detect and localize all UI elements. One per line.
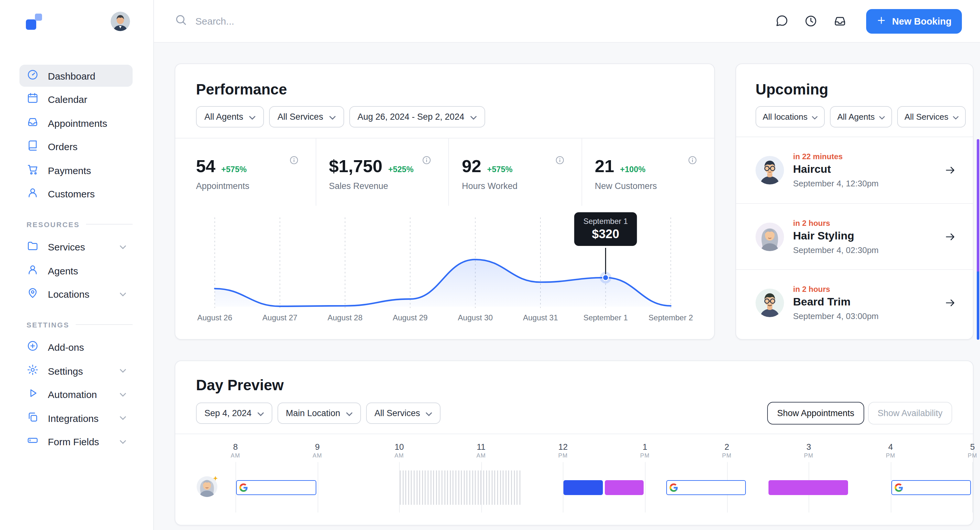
hour-tick (645, 462, 646, 512)
sidebar-item-label: Appointments (48, 118, 126, 129)
timeline-event-google[interactable] (236, 480, 316, 495)
sidebar-item-calendar[interactable]: Calendar (19, 88, 133, 110)
new-booking-button[interactable]: New Booking (866, 9, 962, 33)
section-divider (76, 324, 133, 325)
sidebar-item-appointments[interactable]: Appointments (19, 112, 133, 134)
appointment-eta: in 2 hours (793, 218, 944, 228)
upcoming-item[interactable]: in 22 minutes Haircut September 4, 12:30… (736, 137, 973, 203)
book-icon (27, 139, 39, 154)
dropdown-value: Main Location (286, 408, 340, 418)
arrow-right-icon[interactable] (944, 297, 956, 308)
timeline-event-blue[interactable] (564, 480, 603, 495)
customer-avatar (756, 288, 784, 317)
sidebar-item-label: Add-ons (48, 342, 126, 353)
hour-label: 12PM (549, 442, 578, 459)
stat-delta: +575% (221, 165, 247, 174)
chevron-down-icon (120, 245, 126, 249)
services-dropdown[interactable]: All Services (366, 403, 441, 424)
sidebar-item-label: Services (48, 241, 111, 252)
customer-avatar (756, 222, 784, 251)
stat-label: New Customers (595, 181, 714, 191)
timeline-event-purple[interactable] (605, 480, 644, 495)
dropdown-value: Sep 4, 2024 (204, 408, 251, 418)
upcoming-item[interactable]: in 2 hours Hair Styling September 4, 02:… (736, 203, 973, 269)
dropdown-value: All Services (277, 112, 323, 122)
topbar: New Booking (154, 0, 980, 43)
sidebar-item-agents[interactable]: Agents (19, 259, 133, 282)
chevron-down-icon (879, 112, 885, 122)
search-input[interactable] (195, 16, 402, 27)
chart-x-label: August 28 (316, 313, 374, 322)
day-preview-filters: Sep 4, 2024 Main Location All Services (196, 403, 441, 424)
agents-filter-dropdown[interactable]: All Agents (196, 106, 264, 127)
view-toggle-group: Show Appointments Show Availability (767, 402, 952, 425)
hour-label: 11AM (467, 442, 495, 459)
date-range-dropdown[interactable]: Aug 26, 2024 - Sep 2, 2024 (349, 106, 485, 127)
gear-icon (27, 363, 39, 378)
hour-label: 4PM (877, 442, 905, 459)
info-icon[interactable] (555, 155, 565, 165)
section-divider (86, 224, 133, 224)
timeline-event-google[interactable] (666, 480, 746, 495)
chart-x-label: September 2 (642, 313, 700, 322)
sidebar-item-addons[interactable]: Add-ons (19, 336, 133, 358)
info-icon[interactable] (422, 155, 431, 165)
tooltip-value: $320 (584, 227, 628, 241)
timeline-event-google[interactable] (891, 480, 971, 495)
arrow-right-icon[interactable] (944, 164, 956, 176)
sidebar-item-customers[interactable]: Customers (19, 183, 133, 205)
stat-new-customers: 21+100% New Customers (581, 138, 714, 206)
history-clock-button[interactable] (804, 14, 818, 28)
timeline-event-purple[interactable] (768, 480, 848, 495)
timeline-event-blocked[interactable] (400, 471, 521, 505)
sidebar-item-dashboard[interactable]: Dashboard (19, 65, 133, 87)
chevron-down-icon (120, 440, 126, 444)
person-icon (27, 186, 39, 201)
sidebar-item-integrations[interactable]: Integrations (19, 407, 133, 429)
appointment-service: Beard Trim (793, 295, 944, 308)
show-availability-toggle[interactable]: Show Availability (868, 402, 952, 425)
sidebar-item-payments[interactable]: Payments (19, 159, 133, 181)
input-field-icon (27, 434, 39, 449)
dropdown-value: All Agents (837, 112, 875, 122)
chevron-down-icon (249, 112, 256, 122)
customer-avatar (756, 156, 784, 185)
appointment-eta: in 2 hours (793, 285, 944, 293)
location-dropdown[interactable]: Main Location (277, 403, 361, 424)
hour-label: 9AM (303, 442, 331, 459)
dropdown-value: Aug 26, 2024 - Sep 2, 2024 (357, 112, 464, 122)
date-dropdown[interactable]: Sep 4, 2024 (196, 403, 272, 424)
upcoming-item[interactable]: in 2 hours Beard Trim September 4, 03:00… (736, 269, 973, 335)
inbox-button[interactable] (833, 14, 847, 28)
services-filter-dropdown[interactable]: All Services (897, 106, 966, 127)
user-avatar[interactable] (111, 12, 130, 31)
chat-button[interactable] (775, 14, 789, 28)
services-filter-dropdown[interactable]: All Services (269, 106, 344, 127)
show-appointments-toggle[interactable]: Show Appointments (767, 402, 864, 425)
sidebar-section-settings: SETTINGS (19, 321, 133, 328)
app-logo-icon[interactable] (26, 13, 42, 29)
sidebar-item-orders[interactable]: Orders (19, 135, 133, 158)
upcoming-card: Upcoming All locations All Agents All Se… (735, 64, 974, 340)
chevron-down-icon (346, 408, 353, 418)
arrow-right-icon[interactable] (944, 231, 956, 242)
stats-row: 54+575% Appointments $1,750+525% Sales R… (175, 138, 714, 206)
stat-hours-worked: 92+575% Hours Worked (448, 138, 581, 206)
section-title: SETTINGS (27, 321, 69, 328)
day-preview-title: Day Preview (196, 377, 952, 394)
person-icon (27, 263, 39, 278)
plus-circle-icon (27, 340, 39, 355)
sidebar-item-services[interactable]: Services (19, 236, 133, 258)
sidebar-item-label: Form Fields (48, 436, 111, 447)
info-icon[interactable] (289, 155, 299, 165)
sidebar-item-automation[interactable]: Automation (19, 384, 133, 406)
upcoming-scrollbar[interactable] (977, 139, 979, 340)
info-icon[interactable] (687, 155, 697, 165)
sidebar-item-locations[interactable]: Locations (19, 283, 133, 305)
tooltip-date: September 1 (584, 217, 628, 226)
locations-filter-dropdown[interactable]: All locations (756, 106, 825, 127)
sidebar-item-form-fields[interactable]: Form Fields (19, 431, 133, 453)
sidebar-item-settings[interactable]: Settings (19, 360, 133, 382)
agents-filter-dropdown[interactable]: All Agents (830, 106, 892, 127)
chart-x-label: August 30 (446, 313, 504, 322)
